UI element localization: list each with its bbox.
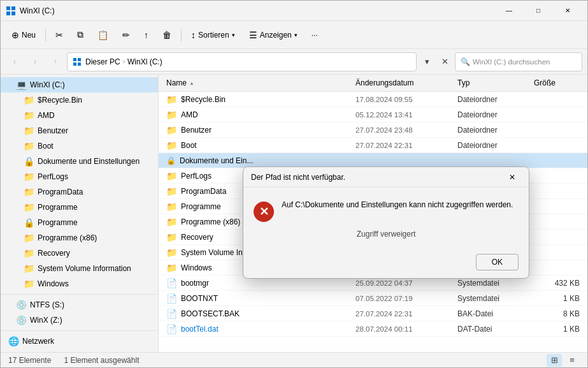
dialog-main-message: Auf C:\Dokumente und Einstellungen kann …	[282, 200, 513, 209]
dialog-close-button[interactable]: ✕	[503, 168, 521, 186]
main-window: WinXl (C:) — □ ✕ ⊕ Neu ✂ ⧉ 📋 ✏ ↑ 🗑	[0, 0, 588, 368]
dialog-title-bar: Der Pfad ist nicht verfügbar. ✕	[243, 167, 529, 188]
dialog-footer: OK	[243, 249, 529, 278]
error-icon: ✕	[254, 202, 274, 222]
error-dialog: Der Pfad ist nicht verfügbar. ✕ ✕ Auf C:…	[243, 166, 529, 279]
dialog-overlay: Der Pfad ist nicht verfügbar. ✕ ✕ Auf C:…	[1, 1, 587, 367]
dialog-title: Der Pfad ist nicht verfügbar.	[251, 173, 503, 182]
dialog-ok-button[interactable]: OK	[476, 254, 519, 270]
dialog-body: ✕ Auf C:\Dokumente und Einstellungen kan…	[243, 188, 529, 249]
dialog-sub-message: Zugriff verweigert	[254, 230, 519, 239]
dialog-message-row: ✕ Auf C:\Dokumente und Einstellungen kan…	[254, 200, 519, 222]
dialog-text: Auf C:\Dokumente und Einstellungen kann …	[282, 200, 513, 209]
